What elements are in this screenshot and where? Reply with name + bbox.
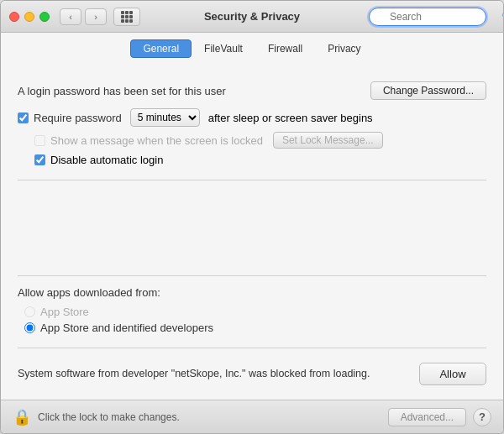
tab-general[interactable]: General bbox=[130, 39, 192, 58]
window-title: Security & Privacy bbox=[204, 10, 300, 23]
bottom-bar: 🔒 Click the lock to make changes. Advanc… bbox=[1, 400, 503, 433]
svg-rect-5 bbox=[129, 15, 133, 18]
back-button[interactable]: ‹ bbox=[60, 8, 81, 25]
bottom-right: Advanced... ? bbox=[388, 408, 491, 426]
password-timeout-dropdown[interactable]: 5 minutes bbox=[130, 108, 200, 127]
tab-filevault[interactable]: FileVault bbox=[192, 39, 255, 58]
allow-button[interactable]: Allow bbox=[419, 363, 486, 385]
require-password-row: Require password 5 minutes after sleep o… bbox=[18, 108, 486, 127]
svg-rect-8 bbox=[129, 19, 133, 23]
lock-area[interactable]: 🔒 Click the lock to make changes. bbox=[13, 408, 180, 426]
help-button[interactable]: ? bbox=[473, 408, 491, 426]
svg-rect-7 bbox=[125, 19, 129, 23]
nav-buttons: ‹ › bbox=[60, 8, 107, 25]
show-message-checkbox[interactable] bbox=[34, 135, 45, 146]
require-password-label: Require password bbox=[34, 112, 122, 124]
minimize-button[interactable] bbox=[24, 12, 34, 22]
apps-section: Allow apps downloaded from: App Store Ap… bbox=[18, 275, 486, 337]
maximize-button[interactable] bbox=[39, 12, 50, 22]
advanced-button[interactable]: Advanced... bbox=[388, 408, 466, 426]
login-row: A login password has been set for this u… bbox=[18, 81, 486, 100]
content-area: A login password has been set for this u… bbox=[1, 63, 503, 400]
disable-login-label: Disable automatic login bbox=[50, 154, 163, 166]
lock-icon: 🔒 bbox=[13, 408, 31, 426]
search-input[interactable] bbox=[369, 8, 486, 26]
svg-rect-1 bbox=[125, 11, 129, 14]
svg-rect-2 bbox=[129, 11, 133, 14]
show-message-row: Show a message when the screen is locked… bbox=[34, 132, 486, 149]
blocked-section: System software from developer "netSkope… bbox=[18, 348, 486, 390]
appstore-only-row: App Store bbox=[24, 306, 486, 318]
tabs-bar: General FileVault Firewall Privacy bbox=[1, 33, 503, 63]
svg-rect-4 bbox=[125, 15, 129, 18]
close-button[interactable] bbox=[9, 12, 19, 22]
login-section: A login password has been set for this u… bbox=[18, 73, 486, 180]
svg-rect-6 bbox=[121, 19, 124, 23]
grid-button[interactable] bbox=[113, 8, 140, 26]
svg-rect-0 bbox=[121, 11, 124, 14]
appstore-identified-label: App Store and identified developers bbox=[40, 322, 213, 334]
svg-rect-3 bbox=[121, 15, 124, 18]
appstore-identified-radio[interactable] bbox=[24, 322, 35, 333]
login-status-text: A login password has been set for this u… bbox=[18, 85, 226, 97]
appstore-only-label: App Store bbox=[40, 306, 89, 318]
tab-privacy[interactable]: Privacy bbox=[315, 39, 373, 58]
tab-firewall[interactable]: Firewall bbox=[255, 39, 315, 58]
require-password-checkbox[interactable] bbox=[18, 112, 29, 123]
lock-text: Click the lock to make changes. bbox=[38, 411, 180, 423]
disable-login-checkbox[interactable] bbox=[34, 154, 45, 165]
require-password-suffix: after sleep or screen saver begins bbox=[208, 112, 373, 124]
spacer bbox=[18, 180, 486, 275]
traffic-lights bbox=[9, 12, 50, 22]
set-lock-message-button: Set Lock Message... bbox=[273, 132, 383, 149]
blocked-text: System software from developer "netSkope… bbox=[18, 366, 419, 382]
title-bar: ‹ › Security & Privacy 🔍 bbox=[1, 1, 503, 33]
window: ‹ › Security & Privacy 🔍 General FileV bbox=[0, 0, 504, 434]
appstore-identified-row: App Store and identified developers bbox=[24, 322, 486, 334]
forward-button[interactable]: › bbox=[85, 8, 107, 25]
apps-section-title: Allow apps downloaded from: bbox=[18, 286, 486, 299]
show-message-label: Show a message when the screen is locked bbox=[50, 134, 263, 147]
appstore-only-radio[interactable] bbox=[24, 306, 35, 317]
change-password-button[interactable]: Change Password... bbox=[370, 81, 486, 100]
disable-login-row: Disable automatic login bbox=[34, 154, 486, 166]
